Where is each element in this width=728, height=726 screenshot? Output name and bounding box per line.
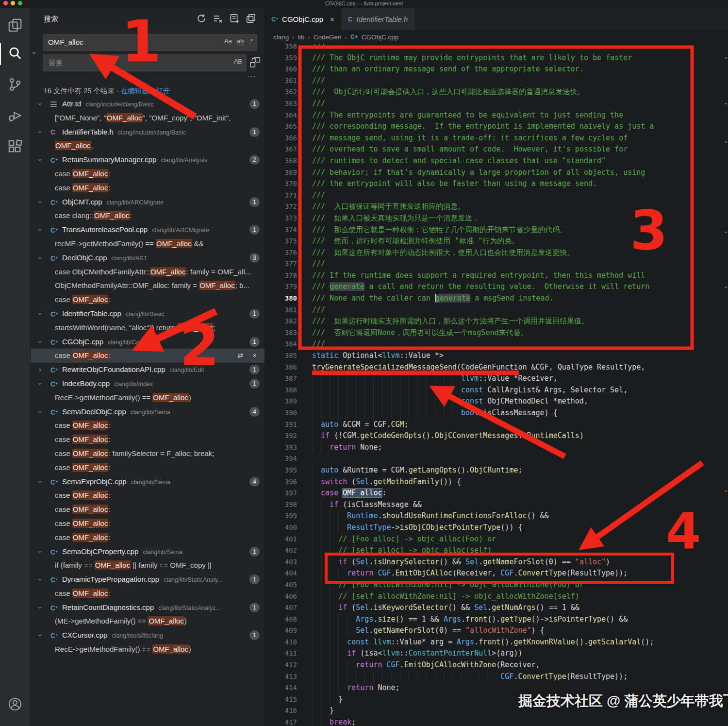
chevron-down-icon[interactable]: › bbox=[33, 256, 47, 259]
search-result-match-row[interactable]: (ME->getMethodFamily() == OMF_alloc) bbox=[30, 614, 265, 628]
search-result-file-row[interactable]: ›C+CXCursor.cppclang/tools/libclang1 bbox=[30, 628, 265, 642]
source-control-icon[interactable] bbox=[6, 76, 24, 93]
code-line[interactable]: 413CGF.ConvertType(ResultType)); bbox=[265, 671, 728, 683]
search-result-match-row[interactable]: RecE->getMethodFamily() == OMF_alloc) bbox=[30, 642, 265, 657]
code-line[interactable]: 359/// The ObjC runtime may provide entr… bbox=[265, 52, 728, 64]
code-line[interactable]: 361/// bbox=[265, 75, 728, 87]
search-result-file-row[interactable]: ›C+SemaDeclObjC.cppclang/lib/Sema4 bbox=[30, 405, 265, 419]
code-line[interactable]: 404return CGF.EmitObjCAlloc(Receiver, CG… bbox=[265, 568, 728, 579]
code-line[interactable]: 384/// bbox=[265, 338, 728, 350]
code-line[interactable]: 401// [Foo alloc] -> objc_alloc(Foo) or bbox=[265, 534, 728, 545]
account-icon[interactable] bbox=[6, 695, 24, 713]
toggle-details-icon[interactable]: ··· bbox=[248, 72, 256, 80]
match-case-toggle[interactable]: Aa bbox=[224, 37, 232, 45]
search-result-file-row[interactable]: ›Attr.tdclang/include/clang/Basic1 bbox=[30, 97, 265, 111]
code-line[interactable]: 368/// runtimes to detect and special-ca… bbox=[265, 155, 728, 167]
code-line[interactable]: 367/// overhead to save a small amount o… bbox=[265, 144, 728, 155]
code-line[interactable]: 385static Optional<llvm::Value *> bbox=[265, 350, 728, 362]
code-line[interactable]: 396switch (Sel.getMethodFamily()) { bbox=[265, 476, 728, 488]
search-result-match-row[interactable]: case clang::OMF_alloc: bbox=[30, 209, 265, 223]
replace-input[interactable]: 替换 AB bbox=[43, 54, 247, 71]
chevron-down-icon[interactable]: › bbox=[33, 313, 47, 315]
search-result-match-row[interactable]: case OMF_alloc: bbox=[30, 461, 265, 475]
explorer-icon[interactable] bbox=[6, 17, 24, 34]
chevron-down-icon[interactable]: › bbox=[33, 410, 47, 413]
search-result-match-row[interactable]: case OMF_alloc: bbox=[30, 517, 265, 531]
search-result-match-row[interactable]: case OMF_alloc:⇄× bbox=[30, 349, 265, 363]
code-line[interactable]: 402// [self alloc] -> objc_alloc(self) bbox=[265, 545, 728, 557]
search-result-file-row[interactable]: ›C+SemaExprObjC.cppclang/lib/Sema4 bbox=[30, 475, 265, 489]
chevron-down-icon[interactable]: › bbox=[33, 201, 47, 203]
code-line[interactable]: 366/// message send, using it is a trade… bbox=[265, 133, 728, 144]
search-result-match-row[interactable]: OMF_alloc, bbox=[30, 139, 265, 153]
search-result-file-row[interactable]: ›C+DynamicTypePropagation.cppclang/lib/S… bbox=[30, 573, 265, 587]
search-result-match-row[interactable]: case OMF_alloc: bbox=[30, 181, 265, 195]
code-line[interactable]: 390bool isClassMessage) { bbox=[265, 407, 728, 419]
code-line[interactable]: 392if (!CGM.getCodeGenOpts().ObjCConvert… bbox=[265, 430, 728, 442]
breadcrumb-item[interactable]: CodeGen bbox=[314, 34, 342, 41]
code-line[interactable]: 364/// The entrypoints are guaranteed to… bbox=[265, 110, 728, 121]
code-line[interactable]: 408Args.size() == 1 && Args.front().getT… bbox=[265, 614, 728, 625]
chevron-right-icon[interactable]: › bbox=[39, 363, 41, 377]
code-line[interactable]: 403if (Sel.isUnarySelector() && Sel.getN… bbox=[265, 557, 728, 568]
code-line[interactable]: 395auto &Runtime = CGM.getLangOpts().Obj… bbox=[265, 465, 728, 476]
chevron-down-icon[interactable]: › bbox=[33, 606, 47, 608]
code-line[interactable]: 363/// bbox=[265, 98, 728, 110]
code-line[interactable]: 380/// None and the caller can generate … bbox=[265, 293, 728, 304]
search-result-match-row[interactable]: case OMF_alloc: bbox=[30, 489, 265, 503]
chevron-down-icon[interactable]: › bbox=[33, 159, 47, 161]
code-line[interactable]: 411if (isa<llvm::ConstantPointerNull>(ar… bbox=[265, 648, 728, 659]
chevron-down-icon[interactable]: › bbox=[33, 103, 47, 105]
regex-toggle[interactable]: .* bbox=[248, 37, 253, 45]
tab-cgobjc[interactable]: C+ CGObjC.cpp × bbox=[265, 8, 341, 30]
code-line[interactable]: 374/// 那么使用它就是一种权衡：它牺牲了几个周期的开销来节省少量的代码。 bbox=[265, 224, 728, 236]
code-line[interactable]: 382/// 如果运行时确实支持所需的入口，那么这个方法将产生一个调用并返回结果… bbox=[265, 316, 728, 327]
chevron-down-icon[interactable]: › bbox=[33, 229, 47, 231]
search-result-file-row[interactable]: ›C+RewriteObjCFoundationAPI.cppclang/lib… bbox=[30, 363, 265, 377]
code-line[interactable]: 369/// behavior; if that's dynamically a… bbox=[265, 167, 728, 179]
extensions-icon[interactable] bbox=[6, 138, 24, 155]
search-result-match-row[interactable]: recME->getMethodFamily() == OMF_alloc && bbox=[30, 237, 265, 251]
breadcrumb-item[interactable]: CGObjC.cpp bbox=[362, 34, 399, 41]
run-debug-icon[interactable] bbox=[6, 107, 24, 124]
tab-identifiertable[interactable]: C IdentifierTable.h bbox=[341, 8, 415, 30]
code-line[interactable]: 388const CallArgList& Args, Selector Sel… bbox=[265, 385, 728, 396]
search-result-match-row[interactable]: if (family == OMF_alloc || family == OMF… bbox=[30, 558, 265, 573]
code-line[interactable]: 371/// bbox=[265, 190, 728, 202]
code-line[interactable]: 360/// than an ordinary message send of … bbox=[265, 64, 728, 75]
search-result-match-row[interactable]: case OMF_alloc: bbox=[30, 503, 265, 517]
chevron-down-icon[interactable]: › bbox=[33, 634, 47, 637]
open-new-search-editor-icon[interactable] bbox=[230, 14, 239, 23]
search-result-match-row[interactable]: startsWithWord(name, "alloc")) return OM… bbox=[30, 321, 265, 335]
search-result-match-row[interactable]: case OMF_alloc: bbox=[30, 433, 265, 447]
replace-icon[interactable]: ⇄ bbox=[237, 349, 243, 363]
search-result-match-row[interactable]: case ObjCMethodFamilyAttr::OMF_alloc: fa… bbox=[30, 265, 265, 279]
code-line[interactable]: 400ResultType->isObjCObjectPointerType()… bbox=[265, 522, 728, 534]
code-line[interactable]: 379/// generate a call and return the re… bbox=[265, 281, 728, 293]
replace-all-icon[interactable] bbox=[249, 56, 261, 68]
search-result-file-row[interactable]: ›C+RetainCountDiagnostics.cppclang/lib/S… bbox=[30, 601, 265, 615]
search-result-file-row[interactable]: ›C+TransAutoreleasePool.cppclang/lib/ARC… bbox=[30, 223, 265, 237]
search-result-match-row[interactable]: case OMF_alloc: familySelector = F_alloc… bbox=[30, 447, 265, 461]
search-result-match-row[interactable]: ObjCMethodFamilyAttr::OMF_alloc: family … bbox=[30, 279, 265, 293]
search-result-file-row[interactable]: ›C+CGObjC.cppclang/lib/CodeGen1 bbox=[30, 335, 265, 349]
code-line[interactable]: 407if (Sel.isKeywordSelector() && Sel.ge… bbox=[265, 602, 728, 614]
close-icon[interactable]: × bbox=[330, 15, 334, 23]
code-line[interactable]: 383/// 否则它将返回None，调用者可以生成一个msgSend来代替。 bbox=[265, 327, 728, 339]
code-line[interactable]: 362/// ObjC运行时可能会提供入口，这些入口可能比相应选择器的普通消息发… bbox=[265, 86, 728, 98]
preserve-case-toggle[interactable]: AB bbox=[234, 58, 242, 65]
code-line[interactable]: 365/// corresponding message. If the ent… bbox=[265, 121, 728, 133]
chevron-down-icon[interactable]: › bbox=[33, 550, 47, 553]
code-line[interactable]: 378/// If the runtime does support a req… bbox=[265, 270, 728, 282]
code-line[interactable]: 406// [self allocWithZone:nil] -> objc_a… bbox=[265, 591, 728, 603]
code-line[interactable]: 393return None; bbox=[265, 442, 728, 454]
code-line[interactable]: 381/// bbox=[265, 304, 728, 316]
open-in-editor-link[interactable]: 在编辑器中打开 bbox=[121, 87, 170, 95]
code-line[interactable]: 387llvm::Value *Receiver, bbox=[265, 373, 728, 385]
search-result-match-row[interactable]: case OMF_alloc: bbox=[30, 587, 265, 601]
breadcrumb-item[interactable]: clang bbox=[273, 34, 289, 41]
code-line[interactable]: 417break; bbox=[265, 717, 728, 726]
chevron-down-icon[interactable]: › bbox=[33, 131, 47, 133]
chevron-down-icon[interactable]: › bbox=[33, 383, 47, 385]
dismiss-icon[interactable]: × bbox=[252, 349, 257, 363]
